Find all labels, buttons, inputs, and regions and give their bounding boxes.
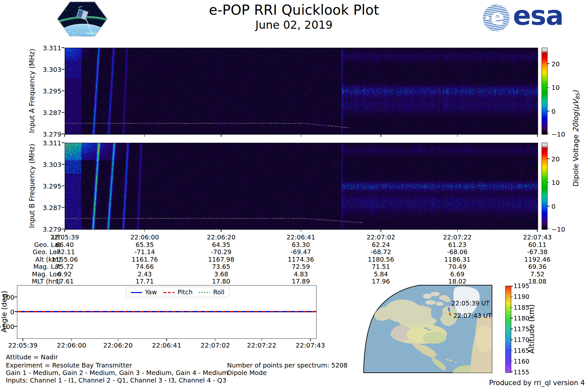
ephemeris-cell: 73.65	[193, 263, 249, 271]
axis-tick	[62, 142, 64, 143]
axis-tick	[511, 350, 513, 351]
ephemeris-cell: 70.49	[430, 263, 485, 271]
ephemeris-column: 22:06:00 65.35 -71.14 1161.76 74.66 2.43…	[117, 234, 172, 286]
ephemeris-column: 22:07:43 60.11 -67.38 1192.46 69.36 7.52…	[510, 234, 565, 286]
axis-tick	[64, 229, 65, 232]
colorbar-tick-label: 0	[551, 107, 574, 115]
ephemeris-cell: 4.83	[273, 271, 329, 278]
axis-tick	[144, 134, 145, 137]
pitch-line-sample	[163, 292, 174, 293]
ephemeris-column: 22:06:41 63.30 -69.47 1174.36 72.59 4.83…	[273, 234, 329, 286]
ephemeris-column: 22:06:20 64.35 -70.29 1167.98 73.65 3.68…	[193, 234, 249, 286]
ephemeris-cell: 17.96	[353, 278, 409, 286]
axis-tick	[511, 318, 513, 318]
axis-tick	[547, 87, 549, 88]
ephemeris-cell: -72.11	[37, 249, 92, 256]
esa-logo-text: esa	[513, 0, 563, 31]
cassiope-logo-text: CASSIOPE	[68, 31, 97, 35]
colorbar-tick-label: −10	[551, 130, 574, 138]
ephemeris-cell: 22:07:43	[510, 234, 565, 241]
ephemeris-column: 22:07:22 61.23 -68.06 1186.31 70.49 6.69…	[430, 234, 485, 286]
xtick-label: 22:05:39	[2, 341, 44, 349]
ephemeris-column: 22:05:39 66.40 -72.11 1155.06 75.72 0.92…	[37, 234, 92, 286]
axis-tick	[547, 158, 549, 159]
xtick-label: 22:06:20	[97, 341, 139, 349]
ephemeris-cell: 22:06:41	[273, 234, 329, 241]
axis-tick	[62, 207, 64, 208]
esa-star-icon	[486, 16, 489, 20]
ytick-label: 3.279	[35, 225, 61, 233]
axis-tick	[381, 134, 381, 137]
axis-tick	[511, 297, 513, 297]
axis-tick	[62, 69, 64, 70]
ephemeris-cell: 2.43	[117, 271, 172, 278]
ephemeris-cell: 22:06:00	[117, 234, 172, 241]
ytick-label: −100	[0, 323, 14, 331]
axis-tick	[547, 206, 549, 206]
esa-logo: e esa	[483, 4, 564, 32]
ephemeris-cell: 1192.46	[510, 256, 565, 264]
attitude-note: Attitude = Nadir	[6, 353, 58, 361]
axis-tick	[14, 326, 17, 327]
axis-tick	[547, 228, 549, 229]
xtick-label: 22:07:22	[240, 341, 283, 349]
ephemeris-cell: 1186.31	[430, 256, 485, 264]
ytick-label: 3.279	[35, 130, 61, 138]
roll-line-sample	[199, 292, 210, 293]
dipole-colorbar-a	[542, 48, 547, 135]
ephemeris-cell: 74.66	[117, 263, 172, 271]
ephemeris-cell: 69.36	[510, 263, 565, 271]
axis-tick	[537, 134, 538, 137]
ephemeris-cell: 72.59	[273, 263, 329, 271]
ephemeris-cell: 22:05:39	[37, 234, 92, 241]
colorbar-tick-label: 0	[551, 203, 574, 210]
track-end-annotation: 22:07:43 UT	[453, 312, 492, 319]
axis-tick	[166, 338, 167, 341]
dipole-colorbar-b	[542, 143, 547, 230]
axis-tick	[215, 338, 216, 341]
axis-tick	[71, 338, 72, 341]
ytick-label: 3.295	[35, 87, 61, 95]
altitude-colorbar-label: Altitude (km)	[527, 280, 536, 378]
axis-tick	[62, 229, 64, 229]
angle-plot: Yaw Pitch Roll	[17, 285, 317, 339]
ephemeris-cell: 6.69	[430, 271, 485, 278]
axis-tick	[301, 134, 302, 137]
inputs-note: Inputs: Channel 1 - I1, Channel 2 - Q1, …	[6, 377, 226, 384]
axis-tick	[221, 229, 221, 232]
xtick-label: 22:06:41	[145, 341, 188, 349]
axis-tick	[547, 182, 549, 183]
ephemeris-cell: 22:06:20	[193, 234, 249, 241]
yaw-line-sample	[131, 292, 142, 293]
track-start-annotation: 22:05:39 UT	[451, 300, 490, 307]
axis-tick	[144, 229, 145, 232]
points-note: Number of points per spectrum: 5208	[227, 362, 348, 369]
ephemeris-cell: -70.29	[193, 249, 249, 256]
ephemeris-cell: -69.47	[273, 249, 329, 256]
ephemeris-cell: 1180.56	[353, 256, 409, 264]
gains-note: Gain 1 - Medium, Gain 2 - Medium, Gain 3…	[6, 369, 228, 377]
spectrogram-input-a	[65, 48, 538, 135]
ephemeris-column: 22:07:02 62.24 -68.72 1180.56 71.51 5.84…	[353, 234, 409, 286]
angle-plot-legend: Yaw Pitch Roll	[126, 287, 229, 297]
axis-tick	[381, 229, 381, 232]
ytick-label: 3.311	[35, 139, 61, 147]
ephemeris-cell: -67.38	[510, 249, 565, 256]
axis-tick	[64, 134, 65, 137]
ephemeris-cell: 62.24	[353, 241, 409, 249]
ephemeris-cell: 0.92	[37, 271, 92, 278]
axis-tick	[511, 339, 513, 340]
ephemeris-cell: 22:07:22	[430, 234, 485, 241]
axis-tick	[301, 229, 302, 232]
ytick-label: 3.311	[35, 44, 61, 52]
ytick-label: 3.303	[35, 161, 61, 169]
axis-tick	[547, 133, 549, 134]
axis-tick	[221, 134, 221, 137]
ground-track-map: 22:05:39 UT 22:07:43 UT	[363, 285, 492, 373]
quicklook-figure: CASSIOPE e-POP RRI Quicklook Plot June 0…	[0, 0, 588, 392]
axis-tick	[62, 90, 64, 91]
ephemeris-cell: 5.84	[353, 271, 409, 278]
ephemeris-cell: 1167.98	[193, 256, 249, 264]
axis-tick	[62, 112, 64, 113]
axis-tick	[310, 338, 311, 341]
